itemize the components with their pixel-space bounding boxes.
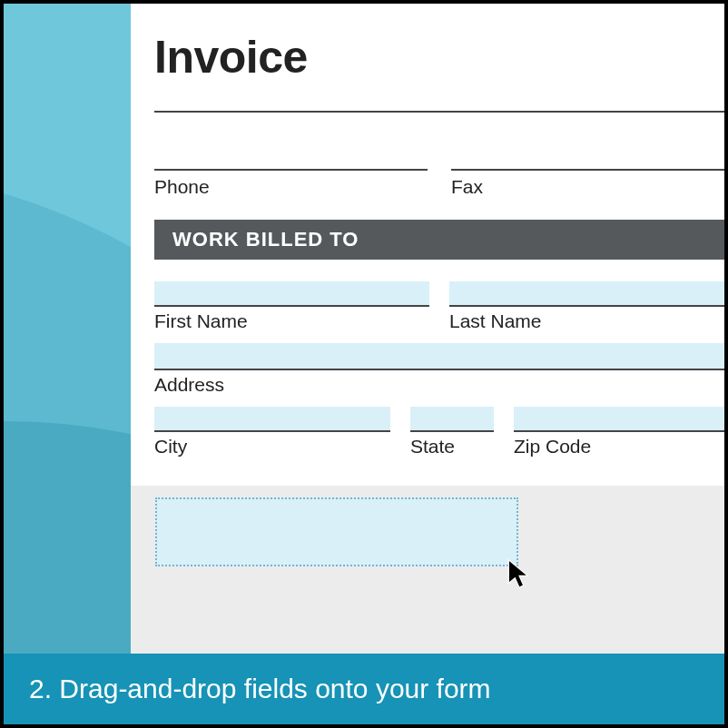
last-name-input[interactable] (449, 281, 724, 307)
title-divider (154, 111, 724, 113)
caption-text: 2. Drag-and-drop fields onto your form (29, 674, 491, 704)
fax-input-line[interactable] (451, 169, 724, 171)
caption-bar: 2. Drag-and-drop fields onto your form (4, 654, 724, 724)
section-header-billed-to: WORK BILLED TO (154, 220, 724, 260)
first-name-group: First Name (154, 281, 429, 343)
city-input[interactable] (154, 407, 390, 432)
row-phone-fax: Phone Fax (154, 169, 724, 214)
cursor-icon (507, 557, 532, 590)
zip-input[interactable] (514, 407, 724, 432)
zip-group: Zip Code (514, 407, 724, 474)
zip-label: Zip Code (514, 436, 724, 457)
phone-label: Phone (154, 176, 428, 198)
page-title: Invoice (154, 31, 724, 84)
state-label: State (410, 436, 494, 457)
row-city-state-zip: City State Zip Code (154, 407, 724, 474)
address-input[interactable] (154, 343, 724, 370)
fax-label: Fax (451, 176, 724, 198)
first-name-label: First Name (154, 310, 429, 332)
phone-input-line[interactable] (154, 169, 428, 171)
address-label: Address (154, 374, 724, 396)
city-label: City (154, 436, 390, 457)
last-name-group: Last Name (449, 281, 724, 343)
phone-field-group: Phone (154, 169, 428, 214)
fax-field-group: Fax (451, 169, 724, 214)
address-group: Address (154, 343, 724, 396)
state-input[interactable] (410, 407, 494, 432)
row-name: First Name Last Name (154, 281, 724, 343)
state-group: State (410, 407, 494, 474)
last-name-label: Last Name (449, 310, 724, 332)
city-group: City (154, 407, 390, 474)
first-name-input[interactable] (154, 281, 429, 307)
dragged-field[interactable] (155, 497, 518, 566)
app-frame: Invoice Phone Fax WORK BILLED TO First N… (0, 0, 728, 728)
